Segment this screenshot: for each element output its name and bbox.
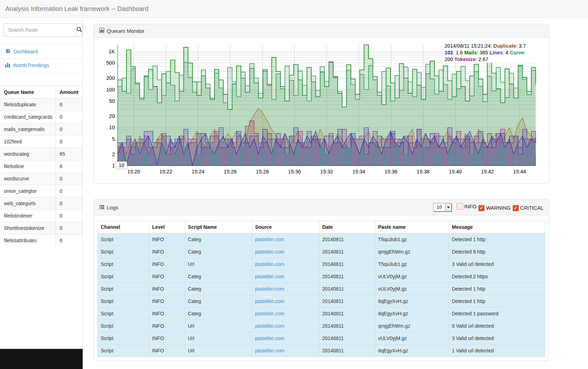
sidebar-item-dashboard[interactable]: Dashboard bbox=[0, 45, 82, 59]
log-cell: 8qEgyXvH.gz bbox=[375, 295, 449, 308]
svg-text:5: 5 bbox=[112, 136, 115, 142]
chart-legend: 2014/08/11 15:21:24: Duplicate: 3.7 102:… bbox=[444, 43, 535, 63]
roller-input[interactable] bbox=[116, 161, 127, 169]
logs-column-header: Script Name bbox=[185, 221, 252, 233]
page-size-value: 10 bbox=[434, 203, 445, 211]
panel-title: Logs bbox=[107, 204, 118, 210]
queue-table-row: filelistline6 bbox=[0, 160, 82, 173]
checkbox-checked-icon[interactable]: ✓ bbox=[513, 205, 519, 211]
log-cell: Url bbox=[185, 332, 252, 345]
queue-table-cell: wordscateg bbox=[0, 148, 55, 160]
log-source-link[interactable]: pastebin.com bbox=[252, 246, 319, 258]
log-row: ScriptINFOCategpastebin.com20140811T5qu3… bbox=[98, 233, 545, 246]
queue-table-cell: web_categurls bbox=[0, 197, 55, 210]
log-cell: T5qu3ub1.gz bbox=[375, 233, 449, 246]
queue-table-header-amount: Amount bbox=[55, 86, 82, 99]
log-cell: Categ bbox=[185, 308, 252, 320]
log-cell: vULV0yjM.gz bbox=[375, 283, 449, 295]
sidebar-nav: Dashboard WordsTrendings bbox=[0, 44, 82, 72]
dashboard-icon bbox=[5, 48, 11, 55]
log-cell: 8qEgyXvH.gz bbox=[375, 308, 449, 320]
main-content: Queues Monitor 15:2015:2215:2415:2615:28… bbox=[83, 18, 588, 369]
log-cell: INFO bbox=[149, 233, 185, 246]
search-input[interactable] bbox=[4, 23, 76, 37]
bar-chart-icon bbox=[5, 63, 10, 69]
queue-table-row: filelistattributes6 bbox=[0, 234, 82, 247]
log-source-link[interactable]: pastebin.com bbox=[252, 233, 319, 246]
search-group bbox=[4, 23, 79, 37]
filter-info[interactable]: INFO bbox=[457, 203, 477, 209]
logs-heading: Logs 10 INFO✓WARNING✓CRITICAL bbox=[94, 200, 549, 215]
sidebar: Dashboard WordsTrendings Queue Name Amou… bbox=[0, 18, 83, 369]
log-cell: Url bbox=[185, 345, 252, 357]
log-source-link[interactable]: pastebin.com bbox=[252, 320, 319, 332]
queue-table-cell: 0 bbox=[55, 210, 82, 222]
select-arrow-icon bbox=[445, 203, 451, 211]
queue-table-cell: 6 bbox=[55, 99, 82, 111]
log-cell: 20140811 bbox=[319, 332, 375, 345]
log-source-link[interactable]: pastebin.com bbox=[252, 270, 319, 283]
queue-table-cell: 0 bbox=[55, 222, 82, 234]
queue-table-row: web_categurls0 bbox=[0, 197, 82, 210]
svg-text:15:40: 15:40 bbox=[449, 169, 461, 174]
log-source-link[interactable]: pastebin.com bbox=[252, 283, 319, 295]
log-cell: qmjgEhWm.gz bbox=[375, 320, 449, 332]
log-cell: Categ bbox=[185, 270, 252, 283]
page-size-select[interactable]: 10 bbox=[433, 203, 452, 212]
log-cell: INFO bbox=[149, 258, 185, 270]
svg-text:1K: 1K bbox=[108, 49, 115, 54]
log-cell: Detected 1 http bbox=[449, 283, 545, 295]
log-source-link[interactable]: pastebin.com bbox=[252, 345, 319, 357]
svg-text:15:32: 15:32 bbox=[320, 169, 333, 174]
logs-column-header: Message bbox=[449, 221, 545, 233]
logs-panel: Logs 10 INFO✓WARNING✓CRITICAL ChannelLev… bbox=[94, 199, 549, 361]
svg-text:15:22: 15:22 bbox=[159, 169, 172, 174]
log-cell: Script bbox=[98, 320, 149, 332]
queue-table-cell: filelistattributes bbox=[0, 234, 55, 247]
checkbox-unchecked-icon[interactable] bbox=[457, 203, 463, 209]
log-row: ScriptINFOCategpastebin.com20140811vULV0… bbox=[98, 283, 545, 295]
log-cell: INFO bbox=[149, 332, 185, 345]
log-cell: Detected 9 http bbox=[449, 246, 545, 258]
log-cell: 20140811 bbox=[319, 308, 375, 320]
queue-table-cell: 0 bbox=[55, 185, 82, 197]
log-row: ScriptINFOUrlpastebin.com20140811vULV0yj… bbox=[98, 332, 545, 345]
queue-table-cell: filelistindexer bbox=[0, 210, 55, 222]
log-source-link[interactable]: pastebin.com bbox=[252, 295, 319, 308]
log-source-link[interactable]: pastebin.com bbox=[252, 308, 319, 320]
sidebar-item-wordstrendings[interactable]: WordsTrendings bbox=[0, 59, 82, 72]
checkbox-checked-icon[interactable]: ✓ bbox=[478, 205, 484, 211]
log-row: ScriptINFOCategpastebin.com20140811vULV0… bbox=[98, 270, 545, 283]
queue-table-cell: mails_categemails bbox=[0, 123, 55, 136]
search-button[interactable] bbox=[76, 23, 82, 37]
log-row: ScriptINFOUrlpastebin.com20140811T5qu3ub… bbox=[98, 258, 545, 270]
svg-text:15:42: 15:42 bbox=[481, 169, 494, 174]
filter-warning[interactable]: ✓WARNING bbox=[478, 205, 511, 211]
svg-text:15:26: 15:26 bbox=[224, 169, 236, 174]
log-cell: INFO bbox=[149, 295, 185, 308]
logs-column-header: Level bbox=[149, 221, 185, 233]
log-source-link[interactable]: pastebin.com bbox=[252, 332, 319, 345]
log-cell: Categ bbox=[185, 233, 252, 246]
svg-text:15:28: 15:28 bbox=[256, 169, 269, 174]
log-source-link[interactable]: pastebin.com bbox=[252, 258, 319, 270]
log-cell: qmjgEhWm.gz bbox=[375, 246, 449, 258]
svg-text:15:30: 15:30 bbox=[288, 169, 301, 174]
queue-table-cell: onion_categtor bbox=[0, 185, 55, 197]
sidebar-item-label: WordsTrendings bbox=[13, 63, 49, 68]
filter-critical[interactable]: ✓CRITICAL bbox=[513, 205, 543, 211]
log-cell: 20140811 bbox=[319, 320, 375, 332]
queue-table-row: mails_categemails0 bbox=[0, 123, 82, 136]
log-cell: 20140811 bbox=[319, 258, 375, 270]
logs-table: ChannelLevelScript NameSourceDatePaste n… bbox=[98, 221, 545, 357]
queue-table-cell: 102feed bbox=[0, 136, 55, 148]
svg-text:20: 20 bbox=[109, 113, 115, 119]
queue-table-row: filelistduplicate6 bbox=[0, 99, 82, 111]
log-row: ScriptINFOUrlpastebin.com20140811qmjgEhW… bbox=[98, 320, 545, 332]
top-navbar: Analysis Information Leak framework -- D… bbox=[0, 0, 588, 18]
log-cell: 3 Valid url detected bbox=[449, 258, 545, 270]
log-cell: Script bbox=[98, 270, 149, 283]
log-row: ScriptINFOCategpastebin.com201408118qEgy… bbox=[98, 295, 545, 308]
log-cell: Script bbox=[98, 283, 149, 295]
logs-column-header: Source bbox=[252, 221, 319, 233]
